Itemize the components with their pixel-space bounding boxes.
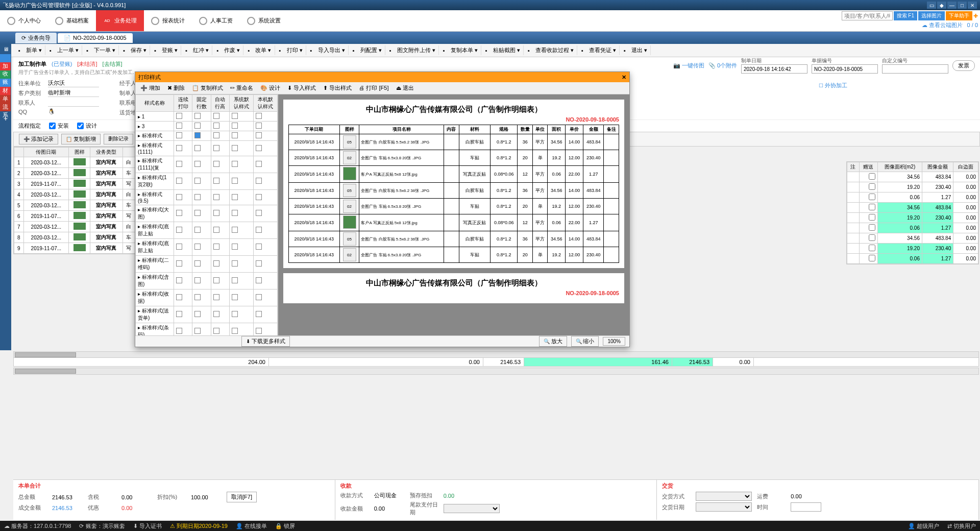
toolbar-btn[interactable]: ▪打印 ▾ [276, 45, 306, 55]
close-button[interactable]: ✕ [968, 2, 977, 9]
table-row[interactable]: 34.56483.840.00 [847, 203, 978, 213]
dialog-close-button[interactable]: ✕ [622, 74, 626, 81]
table-row[interactable]: 72020-03-12...室内写真白 [14, 222, 135, 232]
toolbar-btn[interactable]: ▪保存 ▾ [120, 45, 150, 55]
leftnav-sys[interactable]: 系 [0, 103, 11, 111]
table-row[interactable]: 34.56483.840.00 [847, 233, 978, 244]
toolbar-btn[interactable]: ▪红冲 ▾ [182, 45, 212, 55]
table-row[interactable]: 22020-03-12...室内写真车 [14, 168, 135, 179]
outsource-link[interactable]: ☐ 外协加工 [819, 82, 847, 89]
toolbar-btn[interactable]: ▪导入导出 ▾ [307, 45, 349, 55]
invoice-button[interactable]: 发票 [952, 60, 975, 71]
lock-screen[interactable]: 🔒 锁屏 [275, 522, 295, 530]
import-cert[interactable]: ⬇ 导入证书 [133, 522, 162, 530]
style-row[interactable]: ▸ 标准样式(1111)(复 [136, 156, 278, 173]
table-row[interactable]: 34.56483.840.00 [847, 172, 978, 182]
menu-settings[interactable]: 系统设置 [240, 10, 288, 31]
toolbar-btn[interactable]: ▪登账 ▾ [151, 45, 181, 55]
toolbar-btn[interactable]: ▪退出 ▾ [621, 45, 651, 55]
table-row[interactable]: 92019-11-07...室内写真写 [14, 243, 135, 254]
menu-hr[interactable]: 人事工资 [192, 10, 240, 31]
pick-image-button[interactable]: 选择图片 [918, 11, 945, 20]
style-row[interactable]: ▸ 标准样式(1页2联) [136, 173, 278, 190]
toolbar-btn[interactable]: ▪列配置 ▾ [350, 45, 385, 55]
tab-document[interactable]: 📄 NO-2020-09-18-0005 [58, 33, 133, 43]
table-row[interactable]: 19.20230.400.00 [847, 182, 978, 192]
menu-business[interactable]: AD业务处理 [96, 10, 144, 31]
order-helper-button[interactable]: 下单助手 [946, 11, 972, 20]
dialog-toolbar-btn[interactable]: 📋 复制样式 [189, 83, 226, 93]
cloud-link[interactable]: ☁ 查看云端图片 [922, 22, 963, 28]
dialog-toolbar-btn[interactable]: ✖ 删除 [164, 83, 188, 93]
leftnav-account[interactable]: 账 [0, 70, 11, 79]
leftnav-flow[interactable]: 流 [0, 95, 11, 103]
search-input[interactable] [842, 11, 893, 20]
toolbar-btn[interactable]: ▪下一单 ▾ [83, 45, 119, 55]
chk-design[interactable]: 设计 [77, 122, 97, 130]
search-button[interactable]: 搜索 F1 [894, 11, 917, 20]
switch-user[interactable]: ⇄ 切换用户 [947, 522, 976, 530]
doc-no[interactable] [812, 64, 878, 74]
customer-type[interactable]: 临时新增 [48, 89, 99, 97]
leftnav-plus[interactable]: + [0, 111, 11, 126]
toolbar-btn[interactable]: ▪新单 ▾ [15, 45, 45, 55]
style-row[interactable]: ▸ 标准样式(送货单) [136, 306, 278, 323]
win-btn[interactable]: ◆ [937, 2, 946, 9]
table-row[interactable]: 0.061.270.00 [847, 192, 978, 203]
toolbar-btn[interactable]: ▪图文附件上传 ▾ [386, 45, 439, 55]
dialog-toolbar-btn[interactable]: 🖨 打印 [F5] [356, 83, 391, 93]
style-row[interactable]: ▸ 标准样式(1111) [136, 141, 278, 156]
minimize-button[interactable]: — [947, 2, 957, 9]
menu-basedata[interactable]: 基础档案 [48, 10, 96, 31]
dialog-toolbar-btn[interactable]: ⬇ 导入样式 [284, 83, 319, 93]
delete-record-button[interactable]: 删除记录 [104, 134, 133, 144]
toolbar-btn[interactable]: ▪查看收款过程 ▾ [525, 45, 577, 55]
toolbar-btn[interactable]: ▪粘贴截图 ▾ [482, 45, 524, 55]
dialog-toolbar-btn[interactable]: ⏏ 退出 [393, 83, 417, 93]
ship-time[interactable] [791, 502, 821, 512]
leftnav-order[interactable]: 单 [0, 87, 11, 95]
style-row[interactable]: ▸ 1 [136, 112, 278, 122]
table-row[interactable]: 42020-03-12...室内写真白 [14, 189, 135, 200]
win-btn[interactable]: ▭ [927, 2, 936, 9]
style-row[interactable]: ▸ 3 [136, 122, 278, 131]
table-row[interactable]: 0.061.270.00 [847, 254, 978, 264]
menu-reports[interactable]: 报表统计 [144, 10, 192, 31]
copy-record-button[interactable]: 📋 复制新增 [61, 134, 101, 144]
maximize-button[interactable]: □ [958, 2, 967, 9]
tag-settle[interactable]: [去结算] [102, 60, 122, 68]
doc-date[interactable] [741, 64, 807, 74]
customer-unit[interactable]: 沃尔沃 [48, 79, 99, 87]
dialog-toolbar-btn[interactable]: ➕ 增加 [137, 83, 163, 93]
ship-date[interactable] [696, 502, 752, 512]
qq-icon[interactable]: 🐧 [48, 108, 55, 115]
style-row[interactable]: ▸ 标准样式(底部上贴 [136, 239, 278, 256]
style-row[interactable]: ▸ 标准样式(条码) [136, 323, 278, 336]
table-row[interactable]: 32019-11-07...室内写真写 [14, 179, 135, 189]
dialog-toolbar-btn[interactable]: 🎨 设计 [257, 83, 283, 93]
attach-link[interactable]: 📎 0个附件 [708, 62, 737, 69]
toolbar-btn[interactable]: ▪作废 ▾ [213, 45, 243, 55]
style-row[interactable]: ▸ 标准样式(9.5) [136, 190, 278, 205]
hscroll-2[interactable] [13, 368, 979, 375]
zoom-out-button[interactable]: 🔍 缩小 [571, 336, 599, 347]
zoom-level[interactable]: 100% [603, 337, 625, 346]
style-row[interactable]: ▸ 标准样式 [136, 131, 278, 141]
leftnav-monitor-icon[interactable]: 🖥 [0, 44, 11, 54]
online-order[interactable]: 👤 在线接单 [236, 522, 267, 530]
download-styles-button[interactable]: ⬇ 下载更多样式 [241, 336, 290, 347]
table-row[interactable]: 12020-03-12...室内写真白 [14, 157, 135, 168]
dialog-toolbar-btn[interactable]: ✏ 重命名 [227, 83, 256, 93]
leftnav-receive[interactable]: 收 [0, 62, 11, 70]
dialog-toolbar-btn[interactable]: ⬆ 导出样式 [320, 83, 355, 93]
table-row[interactable]: 19.20230.400.00 [847, 244, 978, 254]
cancel-button[interactable]: 取消[F7] [227, 492, 257, 502]
super-user[interactable]: 👤 超级用户 [908, 522, 939, 530]
leftnav-add[interactable]: 加 [0, 54, 11, 62]
table-row[interactable]: 19.20230.400.00 [847, 213, 978, 223]
print-preview[interactable]: 中山市桐缘心广告传媒有限公司（广告制作明细表） NO-2020-09-18-00… [278, 94, 629, 335]
contact-field[interactable] [48, 99, 99, 107]
add-record-button[interactable]: ➕ 添加记录 [19, 134, 58, 144]
toolbar-btn[interactable]: ▪复制本单 ▾ [440, 45, 481, 55]
ship-method[interactable] [696, 492, 752, 501]
